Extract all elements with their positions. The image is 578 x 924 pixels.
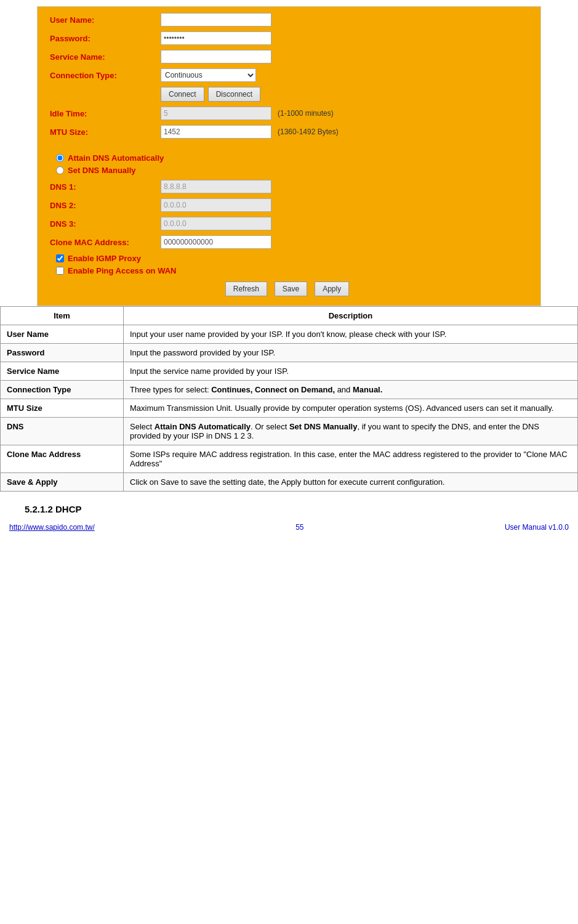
- dns3-label: DNS 3:: [50, 219, 161, 229]
- idle-time-input[interactable]: [161, 107, 271, 120]
- form-panel: User Name: Password: Service Name: Conne…: [37, 6, 541, 306]
- service-name-input[interactable]: [161, 50, 271, 63]
- table-desc-cell: Click on Save to save the setting date, …: [124, 473, 578, 492]
- idle-time-row: Idle Time: (1-1000 minutes): [50, 107, 528, 120]
- refresh-button[interactable]: Refresh: [225, 282, 267, 296]
- user-name-row: User Name:: [50, 13, 528, 26]
- dns2-row: DNS 2:: [50, 198, 528, 212]
- clone-mac-input[interactable]: [161, 235, 271, 249]
- table-desc-cell: Input your user name provided by your IS…: [124, 325, 578, 344]
- table-item-cell: Connection Type: [1, 381, 124, 399]
- table-row: Clone Mac AddressSome ISPs require MAC a…: [1, 445, 578, 473]
- dns3-input[interactable]: [161, 217, 271, 230]
- attain-dns-label: Attain DNS Automatically: [68, 153, 164, 163]
- description-table: Item Description User NameInput your use…: [0, 306, 578, 492]
- mtu-size-row: MTU Size: (1360-1492 Bytes): [50, 125, 528, 139]
- dns1-row: DNS 1:: [50, 180, 528, 193]
- table-row: DNSSelect Attain DNS Automatically. Or s…: [1, 418, 578, 445]
- table-row: PasswordInput the password provided by y…: [1, 344, 578, 362]
- dns3-row: DNS 3:: [50, 217, 528, 230]
- dns2-label: DNS 2:: [50, 201, 161, 210]
- user-name-label: User Name:: [50, 15, 161, 25]
- table-row: Service NameInput the service name provi…: [1, 362, 578, 381]
- footer-bar: http://www.sapido.com.tw/ 55 User Manual…: [0, 521, 578, 534]
- connection-type-label: Connection Type:: [50, 71, 161, 80]
- table-item-cell: DNS: [1, 418, 124, 445]
- table-desc-cell: Input the service name provided by your …: [124, 362, 578, 381]
- connection-type-select[interactable]: Continuous Connect on Demand Manual: [161, 68, 256, 82]
- save-button[interactable]: Save: [275, 282, 307, 296]
- dns-section: Attain DNS Automatically Set DNS Manuall…: [50, 153, 528, 175]
- apply-button[interactable]: Apply: [315, 282, 349, 296]
- dns1-input[interactable]: [161, 180, 271, 193]
- user-name-input[interactable]: [161, 13, 271, 26]
- set-dns-row: Set DNS Manually: [56, 166, 528, 175]
- section-heading: 5.2.1.2 DHCP: [25, 504, 578, 514]
- idle-time-label: Idle Time:: [50, 109, 161, 118]
- password-label: Password:: [50, 34, 161, 43]
- footer-manual: User Manual v1.0.0: [505, 523, 569, 532]
- service-name-row: Service Name:: [50, 50, 528, 63]
- table-item-cell: Password: [1, 344, 124, 362]
- table-item-cell: User Name: [1, 325, 124, 344]
- password-input[interactable]: [161, 31, 271, 45]
- table-item-cell: Service Name: [1, 362, 124, 381]
- enable-igmp-label: Enable IGMP Proxy: [68, 254, 141, 263]
- enable-igmp-checkbox[interactable]: [56, 254, 64, 262]
- table-row: MTU SizeMaximum Transmission Unit. Usual…: [1, 399, 578, 418]
- mtu-size-input[interactable]: [161, 125, 271, 139]
- disconnect-button[interactable]: Disconnect: [208, 87, 260, 102]
- service-name-label: Service Name:: [50, 52, 161, 62]
- mtu-size-label: MTU Size:: [50, 128, 161, 137]
- idle-time-hint: (1-1000 minutes): [278, 109, 334, 118]
- checkbox-section: Enable IGMP Proxy Enable Ping Access on …: [50, 254, 528, 275]
- dns2-input[interactable]: [161, 198, 271, 212]
- footer-page-number: 55: [295, 523, 303, 532]
- table-item-cell: Save & Apply: [1, 473, 124, 492]
- footer-link[interactable]: http://www.sapido.com.tw/: [9, 523, 95, 532]
- table-row: User NameInput your user name provided b…: [1, 325, 578, 344]
- table-desc-cell: Input the password provided by your ISP.: [124, 344, 578, 362]
- table-desc-cell: Some ISPs require MAC address registrati…: [124, 445, 578, 473]
- table-desc-cell: Maximum Transmission Unit. Usually provi…: [124, 399, 578, 418]
- table-row: Connection TypeThree types for select: C…: [1, 381, 578, 399]
- enable-ping-label: Enable Ping Access on WAN: [68, 266, 177, 275]
- table-item-cell: Clone Mac Address: [1, 445, 124, 473]
- connect-buttons-row: Connect Disconnect: [161, 87, 528, 102]
- connect-button[interactable]: Connect: [161, 87, 204, 102]
- col1-header: Item: [1, 307, 124, 325]
- clone-mac-label: Clone MAC Address:: [50, 238, 161, 247]
- enable-ping-row: Enable Ping Access on WAN: [56, 266, 528, 275]
- dns1-label: DNS 1:: [50, 182, 161, 192]
- mtu-size-hint: (1360-1492 Bytes): [278, 128, 339, 136]
- set-dns-label: Set DNS Manually: [68, 166, 136, 175]
- table-desc-cell: Select Attain DNS Automatically. Or sele…: [124, 418, 578, 445]
- table-row: Save & ApplyClick on Save to save the se…: [1, 473, 578, 492]
- col2-header: Description: [124, 307, 578, 325]
- enable-igmp-row: Enable IGMP Proxy: [56, 254, 528, 263]
- enable-ping-checkbox[interactable]: [56, 267, 64, 275]
- attain-dns-radio[interactable]: [56, 154, 64, 162]
- set-dns-radio[interactable]: [56, 166, 64, 174]
- table-desc-cell: Three types for select: Continues, Conne…: [124, 381, 578, 399]
- form-buttons: Refresh Save Apply: [50, 282, 528, 296]
- table-item-cell: MTU Size: [1, 399, 124, 418]
- clone-mac-row: Clone MAC Address:: [50, 235, 528, 249]
- connection-type-row: Connection Type: Continuous Connect on D…: [50, 68, 528, 82]
- attain-dns-row: Attain DNS Automatically: [56, 153, 528, 163]
- password-row: Password:: [50, 31, 528, 45]
